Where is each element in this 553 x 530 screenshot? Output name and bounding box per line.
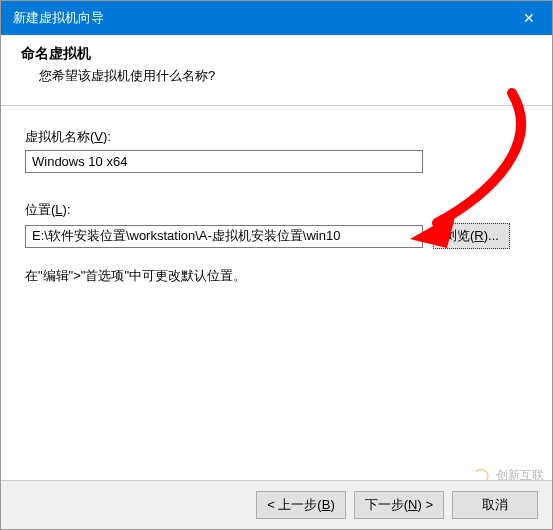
window-title: 新建虚拟机向导 (13, 9, 104, 27)
close-button[interactable]: ✕ (506, 1, 552, 35)
wizard-body: 虚拟机名称(V): 位置(L): 浏览(R)... 在"编辑">"首选项"中可更… (1, 106, 552, 285)
titlebar: 新建虚拟机向导 ✕ (1, 1, 552, 35)
wizard-footer: < 上一步(B) 下一步(N) > 取消 (1, 480, 552, 529)
vm-name-label: 虚拟机名称(V): (25, 128, 528, 146)
cancel-button[interactable]: 取消 (452, 491, 538, 519)
wizard-header: 命名虚拟机 您希望该虚拟机使用什么名称? (1, 35, 552, 106)
dialog-window: 新建虚拟机向导 ✕ 命名虚拟机 您希望该虚拟机使用什么名称? 虚拟机名称(V):… (0, 0, 553, 530)
location-input[interactable] (25, 225, 423, 248)
page-title: 命名虚拟机 (21, 45, 532, 63)
default-location-hint: 在"编辑">"首选项"中可更改默认位置。 (25, 267, 528, 285)
browse-button[interactable]: 浏览(R)... (433, 223, 510, 249)
next-button[interactable]: 下一步(N) > (354, 491, 444, 519)
location-row: 浏览(R)... (25, 223, 528, 249)
page-subtitle: 您希望该虚拟机使用什么名称? (39, 67, 532, 85)
back-button[interactable]: < 上一步(B) (256, 491, 346, 519)
close-icon: ✕ (523, 10, 535, 26)
location-label: 位置(L): (25, 201, 528, 219)
vm-name-input[interactable] (25, 150, 423, 173)
